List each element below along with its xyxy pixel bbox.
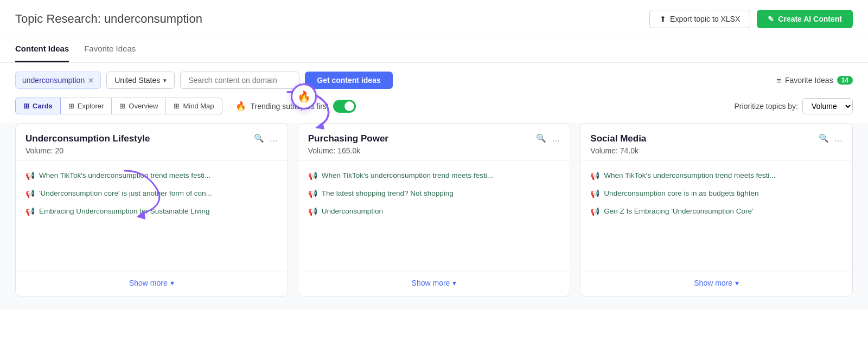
megaphone-icon: 📢 [590, 207, 599, 216]
card-2-volume: Volume: 165.0k [308, 146, 560, 155]
card-3-item-3: Gen Z Is Embracing 'Underconsumption Cor… [604, 207, 753, 217]
card-3-show-more-label: Show more [694, 279, 732, 287]
page-title: Topic Research: underconsumption [15, 12, 202, 26]
country-selector[interactable]: United States ▾ [106, 72, 175, 89]
card-3-header: Social Media 🔍 … Volume: 74.0k [580, 124, 852, 161]
card-2-item-1: When TikTok's underconsumption trend mee… [322, 171, 493, 181]
header-actions: ⬆ Export topic to XLSX ✎ Create AI Conte… [649, 10, 853, 28]
keyword-text: underconsumption [22, 76, 85, 85]
mindmap-icon: ⊞ [174, 102, 180, 110]
megaphone-icon: 📢 [590, 189, 599, 198]
card-1-body: 📢 When TikTok's underconsumption trend m… [16, 161, 288, 272]
card-1-footer: Show more ▾ [16, 272, 288, 296]
view-explorer-button[interactable]: ⊞ Explorer [61, 98, 112, 114]
card-2-more-icon[interactable]: … [552, 134, 560, 143]
prioritize-section: Prioritize topics by: Volume [735, 98, 853, 114]
get-content-ideas-button[interactable]: Get content ideas [305, 72, 392, 89]
trending-toggle[interactable] [333, 100, 356, 113]
card-1-actions: 🔍 … [254, 133, 278, 143]
megaphone-icon: 📢 [308, 171, 317, 180]
view-overview-button[interactable]: ⊞ Overview [112, 98, 166, 114]
card-3-body: 📢 When TikTok's underconsumption trend m… [580, 161, 852, 272]
toggle-thumb [344, 101, 354, 111]
overview-icon: ⊞ [119, 102, 125, 110]
favorite-ideas-link[interactable]: ≡ Favorite Ideas 14 [776, 76, 853, 85]
card-3-search-icon[interactable]: 🔍 [819, 133, 829, 143]
card-1-header: Underconsumption Lifestyle 🔍 … Volume: 2… [16, 124, 288, 161]
edit-icon: ✎ [768, 15, 774, 23]
cards-icon: ⊞ [23, 102, 29, 110]
favorite-count-badge: 14 [837, 76, 853, 85]
card-2-header: Purchasing Power 🔍 … Volume: 165.0k [298, 124, 570, 161]
explorer-icon: ⊞ [68, 102, 74, 110]
fire-icon: 🔥 [235, 101, 246, 111]
keyword-tag: underconsumption ✕ [15, 72, 101, 89]
list-icon: ≡ [776, 76, 781, 85]
mindmap-label: Mind Map [183, 102, 214, 110]
volume-select[interactable]: Volume [802, 98, 853, 114]
card-3-footer: Show more ▾ [580, 272, 852, 296]
list-item: 📢 When TikTok's underconsumption trend m… [590, 171, 843, 181]
search-domain-input[interactable] [180, 72, 299, 89]
title-static: Topic Research: [15, 12, 101, 25]
card-underconsumption-lifestyle: Underconsumption Lifestyle 🔍 … Volume: 2… [15, 123, 288, 297]
card-3-title: Social Media [590, 133, 646, 144]
megaphone-icon: 📢 [25, 189, 35, 198]
card-social-media: Social Media 🔍 … Volume: 74.0k 📢 When Ti… [580, 123, 853, 297]
view-mindmap-button[interactable]: ⊞ Mind Map [166, 98, 222, 114]
card-1-title: Underconsumption Lifestyle [25, 133, 150, 144]
controls-row: underconsumption ✕ United States ▾ Get c… [0, 63, 868, 98]
favorite-ideas-label: Favorite Ideas [785, 76, 833, 85]
overview-label: Overview [129, 102, 158, 110]
card-3-item-2: Underconsumption core is in as budgets t… [604, 189, 758, 199]
trending-label: Trending subtopics first [251, 102, 329, 111]
cards-area: Underconsumption Lifestyle 🔍 … Volume: 2… [0, 123, 868, 310]
view-cards-button[interactable]: ⊞ Cards [15, 98, 61, 114]
card-3-show-more-button[interactable]: Show more ▾ [694, 279, 739, 287]
card-2-item-2: The latest shopping trend? Not shopping [322, 189, 454, 199]
card-2-actions: 🔍 … [536, 133, 560, 143]
cards-label: Cards [33, 102, 53, 110]
chevron-down-icon: ▾ [163, 77, 167, 84]
card-2-search-icon[interactable]: 🔍 [536, 133, 546, 143]
toggle-track[interactable] [333, 100, 356, 113]
megaphone-icon: 📢 [308, 189, 317, 198]
list-item: 📢 When TikTok's underconsumption trend m… [308, 171, 560, 181]
card-2-show-more-button[interactable]: Show more ▾ [412, 279, 457, 287]
card-2-title: Purchasing Power [308, 133, 388, 144]
list-item: 📢 Underconsumption core is in as budgets… [590, 189, 843, 199]
card-1-item-1: When TikTok's underconsumption trend mee… [39, 171, 210, 181]
export-button[interactable]: ⬆ Export topic to XLSX [649, 10, 750, 28]
create-ai-button[interactable]: ✎ Create AI Content [757, 10, 853, 28]
card-3-more-icon[interactable]: … [834, 134, 843, 143]
megaphone-icon: 📢 [25, 207, 35, 216]
annotation-bubble: 🔥 [291, 83, 317, 109]
megaphone-icon: 📢 [25, 171, 35, 180]
card-2-body: 📢 When TikTok's underconsumption trend m… [298, 161, 570, 272]
card-1-search-icon[interactable]: 🔍 [254, 133, 264, 143]
list-item: 📢 Gen Z Is Embracing 'Underconsumption C… [590, 207, 843, 217]
card-purchasing-power: Purchasing Power 🔍 … Volume: 165.0k 📢 Wh… [298, 123, 571, 297]
card-1-item-2: 'Underconsumption core' is just another … [39, 189, 212, 199]
card-3-volume: Volume: 74.0k [590, 146, 843, 155]
get-ideas-label: Get content ideas [317, 76, 380, 85]
card-1-more-icon[interactable]: … [270, 134, 278, 143]
create-ai-label: Create AI Content [778, 15, 842, 23]
view-controls-row: ⊞ Cards ⊞ Explorer ⊞ Overview ⊞ Mind Map… [15, 98, 853, 114]
card-2-footer: Show more ▾ [298, 272, 570, 296]
card-1-show-more-label: Show more [129, 279, 168, 287]
page-header: Topic Research: underconsumption ⬆ Expor… [0, 0, 868, 36]
list-item: 📢 Embracing Underconsumption for Sustain… [25, 207, 278, 217]
export-label: Export topic to XLSX [670, 15, 740, 23]
tab-content-ideas[interactable]: Content Ideas [15, 36, 69, 62]
tab-favorite-ideas[interactable]: Favorite Ideas [84, 36, 136, 62]
card-2-item-3: Underconsumption [322, 207, 383, 217]
list-item: 📢 The latest shopping trend? Not shoppin… [308, 189, 560, 199]
list-item: 📢 'Underconsumption core' is just anothe… [25, 189, 278, 199]
card-1-show-more-button[interactable]: Show more ▾ [129, 279, 174, 287]
tabs-row: Content Ideas Favorite Ideas [0, 36, 868, 63]
chevron-down-icon: ▾ [735, 279, 739, 287]
remove-keyword-button[interactable]: ✕ [88, 76, 94, 85]
chevron-down-icon: ▾ [170, 279, 174, 287]
prioritize-label: Prioritize topics by: [735, 102, 798, 111]
